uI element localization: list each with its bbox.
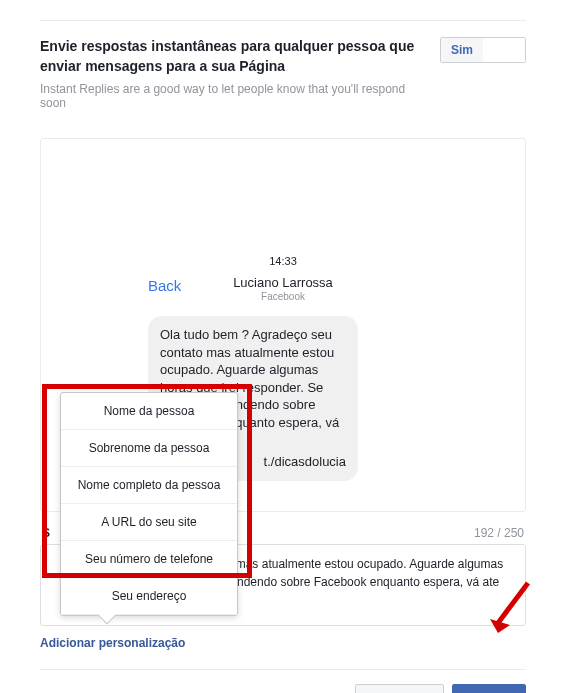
dropdown-item-first-name[interactable]: Nome da pessoa <box>61 393 237 430</box>
preview-recipient-name: Luciano Larrossa <box>233 275 333 290</box>
toggle-off[interactable] <box>483 38 525 62</box>
dropdown-item-address[interactable]: Seu endereço <box>61 578 237 615</box>
section-subtitle: Instant Replies are a good way to let pe… <box>40 82 424 110</box>
save-button[interactable]: Salvar <box>452 684 526 693</box>
dropdown-item-site-url[interactable]: A URL do seu site <box>61 504 237 541</box>
editor-text-line: ato mas atualmente estou ocupado. Aguard… <box>216 557 504 571</box>
dropdown-item-phone[interactable]: Seu número de telefone <box>61 541 237 578</box>
preview-time: 14:33 <box>148 255 418 267</box>
personalization-dropdown: Nome da pessoa Sobrenome da pessoa Nome … <box>60 392 238 616</box>
toggle-on[interactable]: Sim <box>441 38 483 62</box>
section-title: Envie respostas instantâneas para qualqu… <box>40 37 424 76</box>
cancel-button[interactable]: Cancelar <box>355 684 444 693</box>
add-personalization-link[interactable]: Adicionar personalização <box>40 636 185 650</box>
char-counter: 192 / 250 <box>474 526 524 540</box>
dropdown-item-last-name[interactable]: Sobrenome da pessoa <box>61 430 237 467</box>
preview-back-button: Back <box>148 277 181 294</box>
editor-text-line: ir aprendendo sobre Facebook enquanto es… <box>203 575 499 589</box>
preview-platform: Facebook <box>233 291 333 302</box>
dropdown-item-full-name[interactable]: Nome completo da pessoa <box>61 467 237 504</box>
editor-label: S <box>42 526 50 540</box>
instant-reply-toggle[interactable]: Sim <box>440 37 526 63</box>
